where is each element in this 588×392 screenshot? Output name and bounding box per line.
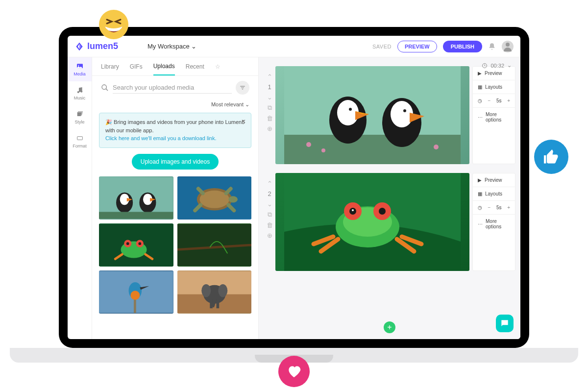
thumb-puffins[interactable] [99, 176, 173, 220]
svg-rect-36 [210, 299, 213, 308]
sidebar-item-style[interactable]: Style [68, 105, 92, 129]
svg-point-38 [201, 284, 211, 297]
frog-image [99, 223, 173, 267]
sidebar-item-music[interactable]: Music [68, 81, 92, 105]
tab-gifs[interactable]: GIFs [130, 58, 143, 75]
scene-duration: ◷ − 5s + [473, 94, 515, 108]
topbar: lumen5 My Workspace ⌄ SAVED PREVIEW PUBL… [68, 36, 520, 57]
svg-rect-5 [77, 137, 82, 140]
thumb-frog[interactable] [99, 223, 173, 267]
close-icon[interactable]: ✕ [241, 117, 246, 126]
turtle-image [177, 176, 252, 220]
chevron-down-icon: ⌄ [245, 101, 249, 107]
thumb-turtle[interactable] [177, 176, 252, 220]
opt-label: More options [486, 112, 510, 122]
upload-button[interactable]: Upload images and videos [132, 154, 219, 170]
clock-icon: ◷ [478, 98, 482, 103]
decrease-duration[interactable]: − [488, 205, 491, 210]
scene-preview-button[interactable]: ▶Preview [473, 173, 515, 187]
brand-logo[interactable]: lumen5 [74, 41, 118, 51]
svg-point-49 [306, 142, 311, 147]
play-icon: ▶ [478, 177, 482, 183]
tab-recent[interactable]: Recent [186, 58, 204, 75]
workspace-label: My Workspace [147, 43, 190, 50]
dots-icon: ⋯ [478, 221, 483, 227]
dots-icon: ⋯ [478, 115, 483, 120]
thumb-snake[interactable] [177, 223, 252, 267]
chat-button[interactable] [496, 315, 514, 332]
thumb-elephant[interactable] [177, 270, 252, 314]
trash-icon[interactable]: 🗑 [267, 221, 273, 229]
search-row [92, 76, 258, 99]
increase-duration[interactable]: + [507, 205, 510, 210]
frog-scene-image [275, 173, 469, 271]
publish-button[interactable]: PUBLISH [443, 41, 482, 52]
sidebar-item-format[interactable]: Format [68, 129, 92, 153]
clock-icon [482, 63, 488, 69]
add-icon[interactable]: ⊕ [267, 125, 272, 132]
duration-value: 5s [496, 98, 502, 103]
bell-icon[interactable] [488, 43, 496, 50]
sidebar-item-media[interactable]: Media [68, 57, 92, 81]
sidebar-item-label: Style [74, 120, 84, 124]
move-up-icon[interactable]: ⌃ [267, 73, 272, 80]
sidebar-item-label: Format [73, 144, 87, 148]
scene-layouts-button[interactable]: ▦Layouts [473, 80, 515, 94]
svg-rect-37 [216, 299, 219, 308]
elephant-image [177, 270, 252, 314]
grid-icon: ▦ [478, 191, 482, 196]
copy-icon[interactable]: ⧉ [268, 211, 272, 219]
svg-point-20 [228, 196, 238, 202]
topbar-right: SAVED PREVIEW PUBLISH [372, 41, 514, 52]
snake-image [177, 223, 252, 267]
canvas: 00:32 ⌄ ⌃ 1 ⌄ ⧉ 🗑 ⊕ ▶Preview ▦Layouts ◷ … [259, 57, 520, 339]
upload-grid [92, 176, 258, 314]
play-icon: ▶ [478, 71, 482, 76]
sort-label: Most relevant [211, 101, 244, 107]
scene-2: ⌃ 2 ⌄ ⧉ 🗑 ⊕ ▶Preview ▦Layouts ◷ − 5s + ⋯… [264, 173, 515, 271]
workspace-selector[interactable]: My Workspace ⌄ [147, 43, 196, 50]
increase-duration[interactable]: + [507, 98, 510, 103]
kingfisher-image [99, 270, 173, 314]
avatar[interactable] [502, 41, 514, 52]
banner-link[interactable]: Click here and we'll email you a downloa… [105, 135, 217, 141]
scene-options: ▶Preview ▦Layouts ◷ − 5s + ⋯More options [472, 173, 515, 271]
main-area: Media Music Style Format Library GIFs Up… [68, 57, 520, 339]
filter-button[interactable] [236, 81, 249, 95]
move-down-icon[interactable]: ⌄ [267, 200, 272, 208]
scene-more-button[interactable]: ⋯More options [473, 215, 515, 233]
scene-controls: ⌃ 2 ⌄ ⧉ 🗑 ⊕ [264, 173, 275, 271]
scene-preview[interactable] [275, 66, 469, 164]
grid-icon: ▦ [478, 84, 482, 90]
svg-point-51 [434, 145, 439, 149]
trash-icon[interactable]: 🗑 [267, 115, 273, 122]
scene-preview[interactable] [275, 173, 469, 271]
duration-display[interactable]: 00:32 ⌄ [482, 62, 512, 69]
heart-emoji-icon [278, 356, 310, 387]
scene-layouts-button[interactable]: ▦Layouts [473, 187, 515, 201]
add-scene-button[interactable]: + [384, 321, 395, 333]
scene-preview-button[interactable]: ▶Preview [473, 67, 515, 80]
tab-favorites[interactable]: ☆ [215, 58, 220, 75]
timer-text: 00:32 [490, 63, 504, 69]
search-input[interactable] [113, 82, 232, 94]
palette-icon [76, 110, 84, 118]
add-icon[interactable]: ⊕ [267, 232, 272, 239]
decrease-duration[interactable]: − [488, 98, 491, 103]
move-up-icon[interactable]: ⌃ [267, 180, 272, 187]
scene-more-button[interactable]: ⋯More options [473, 108, 515, 126]
move-down-icon[interactable]: ⌄ [267, 94, 272, 101]
sort-selector[interactable]: Most relevant ⌄ [92, 99, 258, 113]
thumb-kingfisher[interactable] [99, 270, 173, 314]
chevron-down-icon: ⌄ [507, 62, 512, 69]
aspect-icon [76, 134, 84, 142]
scene-number: 1 [268, 83, 271, 91]
copy-icon[interactable]: ⧉ [268, 104, 272, 112]
preview-button[interactable]: PREVIEW [397, 41, 437, 52]
tab-uploads[interactable]: Uploads [153, 58, 175, 75]
sidebar-item-label: Music [74, 96, 86, 100]
duration-value: 5s [496, 205, 502, 210]
tab-library[interactable]: Library [101, 58, 119, 75]
svg-point-39 [218, 284, 227, 297]
media-tabs: Library GIFs Uploads Recent ☆ [92, 57, 258, 76]
